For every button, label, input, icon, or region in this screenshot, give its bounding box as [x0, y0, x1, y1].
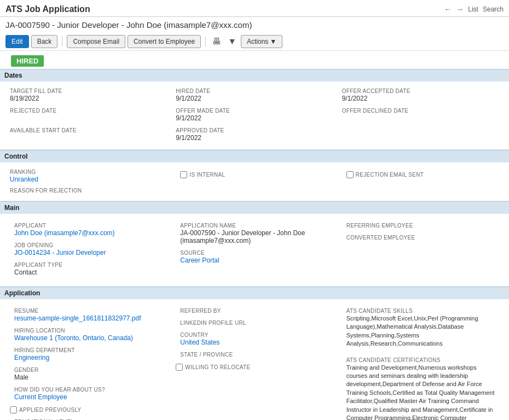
back-button[interactable]: Back: [31, 35, 58, 48]
rejected-date-label: REJECTED DATE: [10, 108, 167, 114]
list-link[interactable]: List: [468, 5, 478, 13]
applicant-field: APPLICANT John Doe (imasample7@xxx.com): [10, 220, 167, 240]
ats-skills-value: Scripting,Microsoft Excel,Unix,Perl (Pro…: [346, 315, 478, 347]
applicant-label: APPLICANT: [14, 223, 163, 229]
referred-by-field: REFERRED BY: [176, 306, 333, 318]
source-value[interactable]: Career Portal: [180, 256, 219, 264]
offer-made-date-label: OFFER MADE DATE: [176, 108, 333, 114]
applicant-type-label: APPLICANT TYPE: [14, 262, 163, 268]
toolbar-separator-1: [62, 36, 62, 47]
nav-back-arrow[interactable]: ←: [444, 5, 452, 14]
referring-employee-field: REFERRING EMPLOYEE: [342, 220, 499, 232]
hiring-location-field: HIRING LOCATION Warehouse 1 (Toronto, On…: [10, 325, 167, 345]
application-section-header: Application: [0, 287, 509, 299]
linkedin-profile-label: LINKEDIN PROFILE URL: [180, 320, 328, 326]
rejection-email-row: REJECTION EMAIL SENT: [342, 169, 499, 180]
rejection-email-checkbox[interactable]: [346, 171, 354, 178]
rejection-email-field: REJECTION EMAIL SENT: [338, 167, 504, 196]
offer-declined-date-field: OFFER DECLINED DATE: [338, 106, 504, 125]
converted-employee-field: CONVERTED EMPLOYEE: [342, 232, 499, 244]
main-col-1: APPLICANT John Doe (imasample7@xxx.com) …: [5, 218, 171, 282]
actions-label: Actions: [247, 38, 268, 45]
job-opening-value[interactable]: JO-0014234 - Junior Developer: [14, 249, 106, 256]
applicant-value[interactable]: John Doe (imasample7@xxx.com): [14, 229, 115, 237]
is-internal-checkbox[interactable]: [180, 171, 187, 178]
application-name-value: JA-0007590 - Junior Developer - John Doe…: [180, 229, 305, 244]
is-internal-field: IS INTERNAL: [171, 167, 337, 196]
main-section-body: APPLICANT John Doe (imasample7@xxx.com) …: [0, 214, 509, 287]
how-did-you-hear-value[interactable]: Current Employee: [14, 393, 67, 401]
edit-button[interactable]: Edit: [5, 35, 29, 48]
country-field: COUNTRY United States: [176, 330, 333, 349]
offer-accepted-date-label: OFFER ACCEPTED DATE: [342, 88, 499, 94]
gender-label: GENDER: [14, 367, 163, 373]
job-opening-label: JOB OPENING: [14, 242, 163, 248]
hired-date-value: 9/1/2022: [176, 95, 201, 102]
applied-previously-label: APPLIED PREVIOUSLY: [19, 407, 82, 413]
target-fill-date-field: TARGET FILL DATE 8/19/2022: [5, 86, 171, 106]
applicant-type-field: APPLICANT TYPE Contact: [10, 260, 167, 279]
offer-accepted-date-value: 9/1/2022: [342, 95, 368, 102]
nav-forward-arrow[interactable]: →: [456, 5, 464, 14]
header-nav: ← → List Search: [444, 5, 504, 14]
willing-to-relocate-row: WILLING TO RELOCATE: [176, 364, 333, 371]
willing-to-relocate-checkbox[interactable]: [176, 364, 183, 371]
rejected-date-value: [10, 114, 11, 122]
main-section: Main APPLICANT John Doe (imasample7@xxx.…: [0, 201, 509, 287]
hiring-department-label: HIRING DEPARTMENT: [14, 347, 163, 353]
main-col-2: APPLICATION NAME JA-0007590 - Junior Dev…: [171, 218, 337, 282]
search-link[interactable]: Search: [483, 5, 504, 13]
ats-certifications-value: Training and Development,Numerous worksh…: [346, 364, 495, 420]
willing-to-relocate-label: WILLING TO RELOCATE: [185, 364, 250, 370]
offer-accepted-date-field: OFFER ACCEPTED DATE 9/1/2022: [338, 86, 504, 106]
ats-certifications-label: ATS CANDIDATE CERTIFICATIONS: [346, 357, 495, 363]
app-col-3: ATS CANDIDATE SKILLS Scripting,Microsoft…: [338, 304, 504, 420]
control-grid: RANKING Unranked REASON FOR REJECTION IS…: [5, 167, 504, 196]
approved-date-field: APPROVED DATE 9/1/2022: [171, 125, 337, 145]
app-col-1: RESUME resume-sample-single_166181183297…: [5, 304, 171, 420]
offer-made-date-value: 9/1/2022: [176, 114, 201, 122]
hiring-department-value[interactable]: Engineering: [14, 354, 49, 361]
actions-chevron-icon: ▼: [270, 38, 276, 45]
resume-field: RESUME resume-sample-single_166181183297…: [10, 306, 167, 325]
page-header: ATS Job Application ← → List Search: [0, 0, 509, 17]
resume-label: RESUME: [14, 308, 163, 314]
dates-section: Dates TARGET FILL DATE 8/19/2022 HIRED D…: [0, 69, 509, 150]
page-title: ATS Job Application: [5, 4, 90, 14]
country-value[interactable]: United States: [180, 339, 219, 346]
toolbar: Edit Back Compose Email Convert to Emplo…: [0, 33, 509, 51]
application-name-label: APPLICATION NAME: [180, 223, 328, 229]
applied-previously-row: APPLIED PREVIOUSLY: [10, 404, 167, 417]
compose-email-button[interactable]: Compose Email: [67, 35, 125, 48]
state-province-label: STATE / PROVINCE: [180, 352, 328, 358]
control-section: Control RANKING Unranked REASON FOR REJE…: [0, 150, 509, 201]
how-did-you-hear-label: HOW DID YOU HEAR ABOUT US?: [14, 387, 163, 393]
dates-section-body: TARGET FILL DATE 8/19/2022 HIRED DATE 9/…: [0, 81, 509, 150]
record-title: JA-0007590 - Junior Developer - John Doe…: [0, 17, 509, 33]
converted-employee-label: CONVERTED EMPLOYEE: [346, 235, 495, 241]
ats-skills-field: ATS CANDIDATE SKILLS Scripting,Microsoft…: [342, 306, 499, 352]
download-icon[interactable]: ▼: [225, 36, 239, 48]
main-grid: APPLICANT John Doe (imasample7@xxx.com) …: [5, 218, 504, 282]
hired-date-label: HIRED DATE: [176, 88, 333, 94]
offer-declined-date-value: [342, 114, 344, 122]
main-section-header: Main: [0, 201, 509, 214]
actions-button[interactable]: Actions ▼: [241, 35, 282, 48]
convert-to-employee-button[interactable]: Convert to Employee: [128, 35, 201, 48]
offer-declined-date-label: OFFER DECLINED DATE: [342, 108, 499, 114]
hiring-location-value[interactable]: Warehouse 1 (Toronto, Ontario, Canada): [14, 334, 133, 342]
ranking-value[interactable]: Unranked: [10, 176, 167, 183]
print-icon[interactable]: 🖶: [210, 36, 223, 48]
gender-field: GENDER Male: [10, 365, 167, 384]
ats-certifications-field: ATS CANDIDATE CERTIFICATIONS Training an…: [342, 355, 499, 420]
reason-for-rejection-field: REASON FOR REJECTION: [10, 188, 167, 194]
job-opening-field: JOB OPENING JO-0014234 - Junior Develope…: [10, 240, 167, 260]
is-internal-label: IS INTERNAL: [189, 172, 225, 178]
applied-previously-checkbox[interactable]: [10, 406, 17, 413]
dates-section-header: Dates: [0, 69, 509, 81]
approved-date-label: APPROVED DATE: [176, 127, 333, 133]
application-section-body: RESUME resume-sample-single_166181183297…: [0, 299, 509, 420]
control-section-body: RANKING Unranked REASON FOR REJECTION IS…: [0, 162, 509, 201]
application-section: Application RESUME resume-sample-single_…: [0, 287, 509, 420]
resume-value[interactable]: resume-sample-single_1661811832977.pdf: [14, 314, 141, 322]
